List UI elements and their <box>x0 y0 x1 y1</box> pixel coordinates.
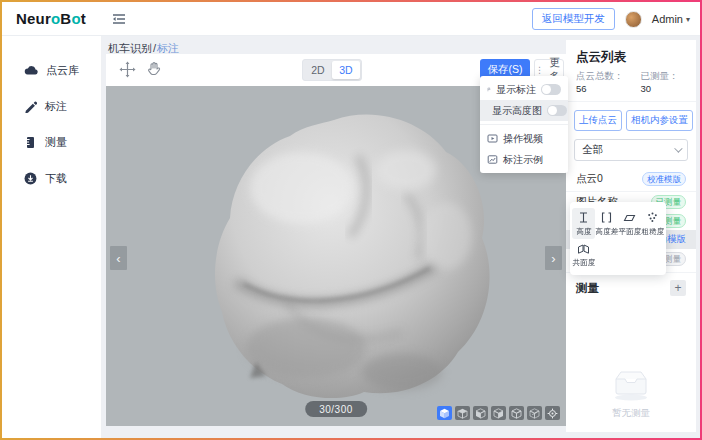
breadcrumb-separator: / <box>153 42 156 54</box>
back-to-model-dev-button[interactable]: 返回模型开发 <box>532 8 615 30</box>
breadcrumb-current: 标注 <box>157 42 179 54</box>
show-heightmap-toggle[interactable] <box>547 105 567 116</box>
view-3d-button[interactable]: 3D <box>332 61 360 79</box>
chevron-down-icon <box>674 144 682 152</box>
view-bottom-button[interactable] <box>473 406 488 420</box>
sidebar-item-pointcloud-library[interactable]: 点云库 <box>2 52 101 88</box>
view-cube-controls <box>437 406 560 420</box>
panel-title: 点云列表 <box>566 40 696 70</box>
move-tool-icon[interactable] <box>119 61 136 80</box>
header-right: 返回模型开发 Admin▾ <box>532 2 690 36</box>
next-image-button[interactable]: › <box>545 246 562 270</box>
tool-coplanarity[interactable]: 共面度 <box>572 239 595 270</box>
sidebar-item-annotation[interactable]: 标注 <box>2 88 101 124</box>
upload-pointcloud-button[interactable]: 上传点云 <box>574 110 622 131</box>
sidebar-item-label: 下载 <box>45 171 67 186</box>
pen-icon <box>24 100 37 113</box>
menu-item-label: 显示标注 <box>496 83 536 97</box>
view-back-button[interactable] <box>527 406 542 420</box>
view-top-button[interactable] <box>455 406 470 420</box>
panel-stats: 点云总数：56 已测量：30 <box>566 70 696 102</box>
height-tool-icon <box>577 211 590 224</box>
height-diff-tool-icon <box>600 211 613 224</box>
view-left-button[interactable] <box>491 406 506 420</box>
empty-state: 暂无测量 <box>566 362 696 420</box>
breadcrumb-section[interactable]: 机车识别 <box>108 42 152 54</box>
menu-item-label: 操作视频 <box>503 132 561 146</box>
menu-item-show-heightmap[interactable]: 显示高度图 <box>480 100 568 121</box>
user-name: Admin <box>652 13 683 25</box>
menu-divider <box>480 124 568 125</box>
sidebar-item-label: 测量 <box>45 135 67 150</box>
logo-o-icon: o <box>51 10 60 27</box>
app-logo: NeuroBot <box>16 10 86 27</box>
logo-text: Neur <box>16 10 51 27</box>
point-cloud-panel: 点云列表 点云总数：56 已测量：30 上传点云 相机内参设置 全部 点云0 校… <box>566 40 696 432</box>
measured-count: 30 <box>640 83 651 94</box>
download-icon <box>24 172 37 185</box>
view-right-button[interactable] <box>509 406 524 420</box>
user-menu[interactable]: Admin▾ <box>652 13 690 25</box>
list-item[interactable]: 点云0 校准模版 <box>566 170 696 192</box>
panel-buttons: 上传点云 相机内参设置 <box>566 102 696 131</box>
coplanarity-tool-icon <box>577 242 590 255</box>
neurobot-app: NeuroBot 返回模型开发 Admin▾ 点云库 标注 <box>2 2 700 438</box>
pagination-badge: 30/300 <box>305 401 367 417</box>
left-sidebar: 点云库 标注 测量 下载 <box>2 36 102 438</box>
flatness-tool-icon <box>623 211 636 224</box>
total-count: 56 <box>576 83 587 94</box>
more-dots-icon: ⋮ <box>535 65 544 75</box>
logo-o-icon: o <box>71 10 80 27</box>
menu-item-annotation-example[interactable]: 标注示例 <box>480 149 568 170</box>
tool-height[interactable]: 高度 <box>572 208 595 239</box>
user-avatar[interactable] <box>625 11 642 28</box>
prev-image-button[interactable]: ‹ <box>110 246 127 270</box>
view-iso-button[interactable] <box>437 406 452 420</box>
focus-target-button[interactable] <box>545 406 560 420</box>
filter-value: 全部 <box>582 143 674 157</box>
template-badge: 校准模版 <box>642 172 686 186</box>
view-2d-button[interactable]: 2D <box>304 61 332 79</box>
sidebar-item-download[interactable]: 下载 <box>2 160 101 196</box>
measurement-title: 测量 <box>576 281 670 296</box>
view-mode-toggle: 2D 3D <box>302 59 362 81</box>
roughness-tool-icon <box>646 211 659 224</box>
menu-item-label: 显示高度图 <box>492 104 542 118</box>
more-dropdown-menu: 显示标注 显示高度图 操作视频 标注示例 <box>480 76 568 173</box>
camera-settings-button[interactable]: 相机内参设置 <box>626 110 693 131</box>
hand-tool-icon[interactable] <box>146 60 162 79</box>
empty-state-text: 暂无测量 <box>566 407 696 420</box>
tool-roughness[interactable]: 粗糙度 <box>641 208 664 239</box>
filter-select[interactable]: 全部 <box>574 139 688 161</box>
app-header: NeuroBot 返回模型开发 Admin▾ <box>2 2 700 36</box>
ruler-icon <box>24 136 37 149</box>
empty-box-icon <box>608 362 654 402</box>
item-name: 点云0 <box>576 172 638 186</box>
flag-icon <box>487 84 491 95</box>
window-frame: NeuroBot 返回模型开发 Admin▾ 点云库 标注 <box>0 0 702 440</box>
sidebar-item-label: 点云库 <box>46 63 79 78</box>
sidebar-collapse-icon[interactable] <box>112 13 126 27</box>
sidebar-item-measure[interactable]: 测量 <box>2 124 101 160</box>
example-icon <box>487 154 498 165</box>
tool-flatness[interactable]: 平面度 <box>618 208 641 239</box>
video-icon <box>487 133 498 144</box>
menu-item-operation-video[interactable]: 操作视频 <box>480 128 568 149</box>
sidebar-item-label: 标注 <box>45 99 67 114</box>
menu-item-show-annotation[interactable]: 显示标注 <box>480 79 568 100</box>
measure-tools-popup: 高度 高度差 平面度 粗糙度 共面度 <box>570 202 666 275</box>
tool-height-diff[interactable]: 高度差 <box>595 208 618 239</box>
caret-down-icon: ▾ <box>686 15 690 24</box>
cloud-icon <box>24 64 38 76</box>
menu-item-label: 标注示例 <box>503 153 561 167</box>
show-annotation-toggle[interactable] <box>541 84 561 95</box>
measurement-section-header: 测量 + <box>566 272 696 296</box>
add-measurement-button[interactable]: + <box>670 280 686 296</box>
